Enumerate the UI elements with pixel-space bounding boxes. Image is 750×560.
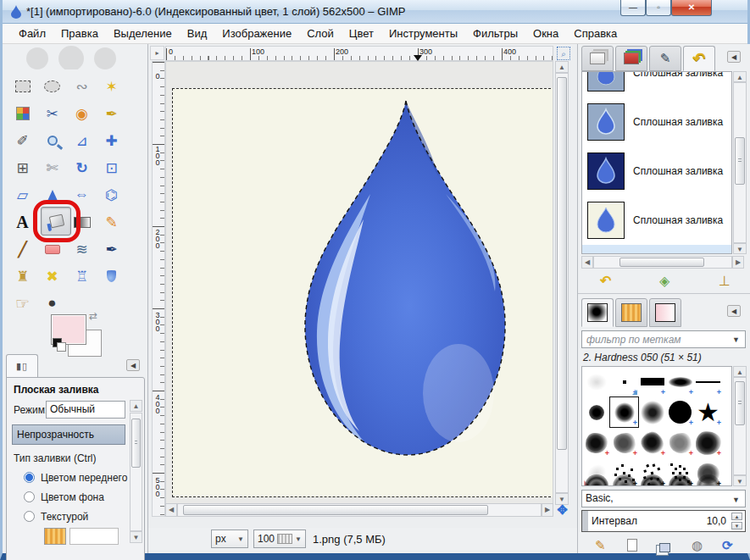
menu-tools[interactable]: Инструменты [381,25,465,42]
move-tool-icon[interactable]: ✚ [98,129,125,152]
new-brush-button[interactable] [627,539,637,555]
brush-filter-combo[interactable]: фильтр по меткам ▼ [581,330,746,348]
heal-tool-icon[interactable]: ✖ [39,264,65,288]
menu-view[interactable]: Вид [180,25,215,42]
brush-acrylic-1[interactable]: + [582,428,610,457]
clear-history-button[interactable]: ⊥ [719,274,731,288]
undo-hscroll-right[interactable]: ▶ [732,256,744,269]
radio-fill-bg[interactable]: Цветом фона [24,489,104,504]
dodge-burn-tool-icon[interactable]: ● [39,291,65,315]
undo-hscroll-left[interactable]: ◀ [581,256,593,269]
undo-item[interactable]: Сплошная заливка [582,196,731,244]
options-scroll-up[interactable]: ▲ [130,400,142,412]
opacity-slider[interactable]: Непрозрачность [12,424,125,445]
radio-fill-pattern[interactable]: Текстурой [24,508,88,524]
zoom-tool-icon[interactable] [39,129,65,152]
brush-scroll-up[interactable]: ▲ [733,366,747,377]
measure-tool-icon[interactable]: ⊿ [69,129,95,152]
undo-button[interactable]: ↶ [600,274,611,288]
paths-tool-icon[interactable]: ✒ [98,102,125,125]
text-tool-icon[interactable]: A [9,210,36,234]
cage-transform-tool-icon[interactable]: ⌬ [98,183,125,207]
delete-brush-button[interactable]: ◍ [692,539,703,552]
brush-pixel[interactable]: + [610,367,638,396]
scale-tool-icon[interactable]: ⊡ [98,156,125,180]
clone-tool-icon[interactable]: ♜ [9,264,36,288]
brush-vscroll-thumb[interactable] [735,381,745,425]
brushes-menu-button[interactable]: ◀ [727,305,741,317]
brush-acrylic-2[interactable]: + [610,428,638,457]
blur-sharpen-tool-icon[interactable] [98,264,125,288]
select-by-color-tool-icon[interactable] [9,102,36,125]
options-scroll-down[interactable]: ▼ [130,531,142,543]
ellipse-select-tool-icon[interactable] [39,75,65,98]
undo-vscrollbar[interactable] [733,82,747,243]
brush-acrylic-3[interactable]: + [638,428,666,457]
canvas-vscrollbar[interactable] [555,73,569,493]
radio-fill-fg[interactable]: Цветом переднего пл [24,469,142,485]
undo-scroll-up[interactable]: ▲ [733,71,747,82]
spin-up-icon[interactable]: ▲ [731,513,742,520]
tab-gradients[interactable] [649,298,681,327]
options-scrollbar[interactable] [130,413,142,531]
canvas-scroll-left[interactable]: ◀ [165,503,177,517]
menu-select[interactable]: Выделение [106,25,180,42]
pattern-preview-swatch[interactable] [44,528,66,545]
menu-image[interactable]: Изображение [214,25,299,42]
navigation-cross-icon[interactable]: ✥ [555,503,569,518]
menu-file[interactable]: Файл [11,25,53,42]
dock-menu-button[interactable]: ◀ [727,51,741,63]
tab-channels[interactable] [615,46,647,71]
brush-group-combo[interactable]: Basic, ▼ [581,490,746,507]
brush-hardness-050-selected[interactable]: + [610,397,638,427]
free-select-tool-icon[interactable]: ∾ [69,75,95,98]
menu-layer[interactable]: Слой [299,25,342,42]
brush-line[interactable]: + [694,367,722,396]
vertical-ruler[interactable]: 0 100 200 300 400 500 [152,61,165,517]
canvas-scroll-right[interactable]: ▶ [542,503,553,517]
undo-scroll-down[interactable]: ▼ [733,243,747,254]
tool-options-tab[interactable]: ▮▯ [6,354,38,378]
undo-item[interactable]: Сплошная заливка [582,97,731,146]
perspective-clone-tool-icon[interactable]: ♖ [69,264,95,288]
undo-item[interactable]: Сплошная заливка [582,147,731,195]
canvas-hscroll-thumb[interactable] [183,505,488,515]
canvas-scroll-up[interactable]: ▲ [555,61,569,73]
maximize-button[interactable]: ▫ [646,0,671,16]
zoom-combo[interactable]: 100 ▼ [253,530,306,548]
rotate-tool-icon[interactable]: ↻ [69,156,95,180]
duplicate-brush-button[interactable] [659,541,670,556]
brush-vscrollbar[interactable] [733,377,747,475]
zoom-follow-window-icon[interactable]: ⌕ [557,47,570,60]
spacing-slider[interactable]: Интервал 10,0 ▲ ▼ [581,510,746,532]
undo-item-selected[interactable]: Сплошная заливка [582,245,731,254]
close-button[interactable]: ✕ [671,0,712,16]
spin-down-icon[interactable]: ▼ [731,522,742,530]
ink-tool-icon[interactable]: ✒ [98,237,125,261]
brush-acrylic-4[interactable]: + [666,428,694,457]
options-scroll-thumb[interactable] [131,419,141,468]
paintbrush-tool-icon[interactable]: ╱ [9,237,36,261]
canvas-vscroll-thumb[interactable] [557,77,567,450]
brush-star[interactable]: ★+ [694,397,722,427]
brush-hardness-025[interactable] [582,397,610,427]
toolbox-panel-menu-button[interactable]: ◀ [126,359,140,371]
image-viewport[interactable] [165,61,553,517]
tab-paths[interactable]: ✎ [649,46,681,71]
brush-block[interactable]: + [638,367,666,396]
minimize-button[interactable]: — [620,0,646,16]
title-bar[interactable]: *[1] (импортировано)-6.0 (Индексированны… [3,0,747,24]
redo-button[interactable]: ◈ [659,274,669,288]
brush-hardness-075[interactable] [638,397,666,427]
brush-sponge[interactable] [610,474,638,486]
menu-windows[interactable]: Окна [525,25,566,42]
refresh-brushes-button[interactable]: ⟳ [722,539,733,552]
smudge-tool-icon[interactable]: ☞ [9,291,36,315]
tab-layers[interactable] [581,46,614,71]
swap-colors-icon[interactable]: ⇄ [89,310,97,322]
brush-hardness-100[interactable]: + [666,397,694,427]
undo-vscroll-thumb[interactable] [735,137,745,185]
menu-filters[interactable]: Фильтры [465,25,525,42]
undo-hscrollbar[interactable] [593,256,732,269]
ruler-origin-button[interactable]: ▸ [150,46,164,60]
